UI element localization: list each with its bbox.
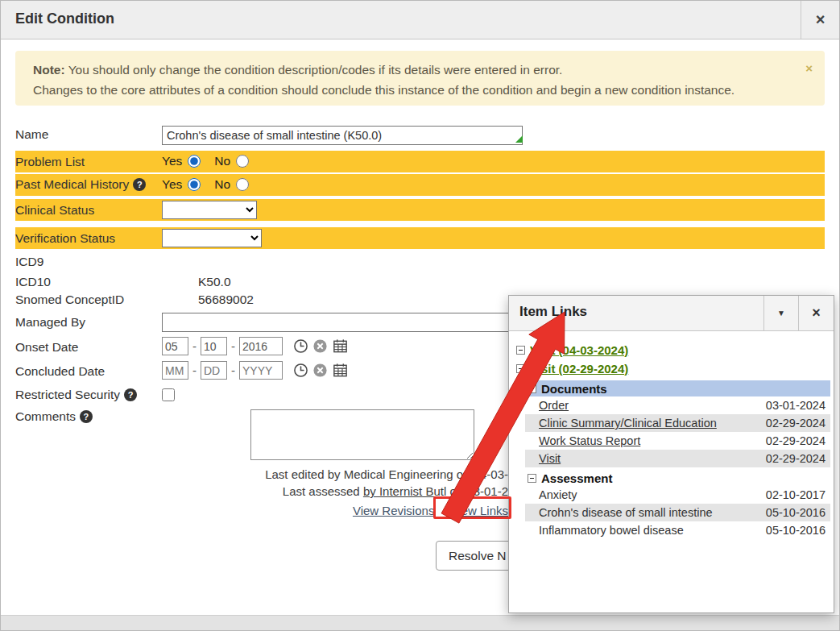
edit-condition-dialog: Edit Condition × Note: You should only c… <box>0 0 840 631</box>
view-revisions-link[interactable]: View Revisions <box>353 504 434 517</box>
past-medical-history-label-text: Past Medical History <box>15 177 129 192</box>
section-title: Assessment <box>541 471 612 485</box>
pmh-yes-label: Yes <box>162 177 182 192</box>
collapse-minus-icon[interactable] <box>516 364 525 373</box>
verification-status-label: Verification Status <box>15 231 115 246</box>
item-links-popup: Item Links ▼ × Visit (04-03-2024)Visit (… <box>508 295 834 613</box>
dialog-title: Edit Condition <box>15 10 114 27</box>
item-row: Clinic Summary/Clinical Education02-29-2… <box>525 414 830 432</box>
item-link[interactable]: Visit <box>539 452 561 465</box>
help-icon[interactable]: ? <box>133 178 146 191</box>
visit-link[interactable]: Visit (04-03-2024) <box>530 343 628 357</box>
problem-list-row <box>15 151 825 172</box>
item-row: Order03-01-2024 <box>525 396 830 414</box>
note-line1-text: You should only change the condition des… <box>65 63 563 77</box>
icd10-label: ICD10 <box>15 275 51 289</box>
name-input[interactable] <box>162 126 523 145</box>
verification-status-select[interactable] <box>162 229 262 247</box>
date-separator: - <box>231 339 235 353</box>
problem-list-yes-label: Yes <box>162 154 182 168</box>
collapse-minus-icon[interactable] <box>528 384 536 393</box>
concluded-day-input[interactable] <box>201 361 227 380</box>
help-icon[interactable]: ? <box>80 410 93 423</box>
item-row: Crohn's disease of small intestine05-10-… <box>525 504 830 521</box>
clinical-status-label: Clinical Status <box>15 203 94 218</box>
problem-list-yes-radio[interactable] <box>188 155 201 168</box>
view-links-link[interactable]: View Links <box>451 504 508 517</box>
date-separator: - <box>231 363 235 377</box>
grammar-check-marker-icon <box>515 135 523 143</box>
clinical-status-select[interactable] <box>162 201 257 219</box>
onset-month-input[interactable] <box>162 337 188 355</box>
item-date: 05-10-2016 <box>759 524 826 537</box>
clock-icon[interactable] <box>293 338 308 354</box>
tree-section-assessment: AssessmentAnxiety02-10-2017Crohn's disea… <box>525 470 830 539</box>
item-row: Anxiety02-10-2017 <box>525 486 830 504</box>
item-label: Crohn's disease of small intestine <box>539 506 713 519</box>
item-links-header: Item Links ▼ × <box>509 296 834 331</box>
chevron-down-icon: ▼ <box>777 309 785 318</box>
concluded-date-row: - - <box>162 361 349 380</box>
clear-date-icon[interactable] <box>312 363 328 378</box>
collapse-minus-icon[interactable] <box>516 346 525 355</box>
comments-label-text: Comments <box>15 409 76 424</box>
tree-section-documents: DocumentsOrder03-01-2024Clinic Summary/C… <box>525 380 830 467</box>
visit-link[interactable]: Visit (02-29-2024) <box>530 362 628 376</box>
date-separator: - <box>192 363 197 377</box>
concluded-month-input[interactable] <box>162 361 188 380</box>
problem-list-no-radio[interactable] <box>236 155 249 168</box>
dialog-titlebar: Edit Condition × <box>1 1 839 39</box>
snomed-label: Snomed ConceptID <box>15 293 124 307</box>
note-line2: Changes to the core attributes of a cond… <box>33 83 734 98</box>
visit-link-row: Visit (02-29-2024) <box>514 359 830 378</box>
item-date: 05-10-2016 <box>759 506 826 519</box>
close-icon: × <box>816 10 826 29</box>
popup-close-button[interactable]: × <box>798 296 834 330</box>
section-header-assessment[interactable]: Assessment <box>525 470 830 486</box>
note-line1: Note: You should only change the conditi… <box>33 63 562 77</box>
problem-list-no-label: No <box>214 154 230 168</box>
collapse-minus-icon[interactable] <box>528 474 536 483</box>
pmh-no-radio[interactable] <box>236 178 249 191</box>
links-line: View Revisions View Links <box>15 504 508 517</box>
onset-date-label: Onset Date <box>15 340 78 355</box>
section-title: Documents <box>541 382 607 396</box>
onset-day-input[interactable] <box>201 337 227 355</box>
item-row: Inflammatory bowel disease05-10-2016 <box>525 521 830 539</box>
item-links-title: Item Links <box>519 304 587 320</box>
managed-by-input[interactable] <box>162 313 509 332</box>
problem-list-label: Problem List <box>15 155 85 169</box>
help-icon[interactable]: ? <box>124 388 137 401</box>
status-block: Last edited by Medical Engineering on 04… <box>15 467 508 517</box>
item-date: 02-29-2024 <box>759 434 826 447</box>
item-row: Visit02-29-2024 <box>525 450 830 467</box>
comments-textarea[interactable] <box>250 409 474 460</box>
close-icon: × <box>812 305 821 322</box>
clock-icon[interactable] <box>293 363 308 378</box>
popup-menu-button[interactable]: ▼ <box>763 296 798 330</box>
clear-date-icon[interactable] <box>312 338 328 354</box>
onset-date-row: - - <box>162 337 349 355</box>
concluded-date-label: Concluded Date <box>15 364 105 379</box>
item-link[interactable]: Work Status Report <box>539 434 640 447</box>
item-date: 02-29-2024 <box>759 417 826 430</box>
last-assessed-by-link[interactable]: by Internist Butl <box>363 484 446 498</box>
item-label: Anxiety <box>539 488 577 501</box>
item-links-tree: Visit (04-03-2024)Visit (02-29-2024)Docu… <box>514 331 830 612</box>
note-dismiss-button[interactable]: × <box>805 61 813 75</box>
name-label: Name <box>15 127 48 142</box>
concluded-year-input[interactable] <box>239 361 283 380</box>
restricted-security-checkbox[interactable] <box>162 388 175 401</box>
last-assessed-suffix: on 03-01-2 <box>446 484 508 498</box>
calendar-icon[interactable] <box>332 338 349 355</box>
item-date: 02-29-2024 <box>759 452 826 465</box>
dialog-close-button[interactable]: × <box>801 1 839 39</box>
item-row: Work Status Report02-29-2024 <box>525 432 830 450</box>
item-link[interactable]: Order <box>539 399 569 412</box>
calendar-icon[interactable] <box>332 362 349 379</box>
section-header-documents[interactable]: Documents <box>525 380 830 396</box>
pmh-yes-radio[interactable] <box>188 178 201 191</box>
pmh-no-label: No <box>214 177 230 192</box>
item-link[interactable]: Clinic Summary/Clinical Education <box>539 417 717 430</box>
onset-year-input[interactable] <box>239 337 283 355</box>
